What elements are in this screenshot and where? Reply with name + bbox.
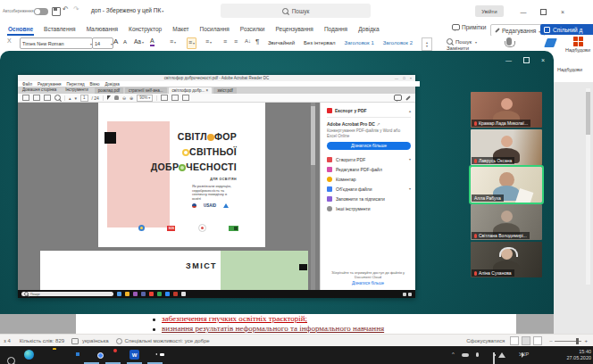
- tool-create-pdf[interactable]: Створити PDF: [327, 154, 411, 164]
- select-tool-icon[interactable]: [107, 95, 111, 100]
- language-indicator[interactable]: УКР: [519, 352, 529, 357]
- word-close-button[interactable]: ×: [554, 0, 572, 23]
- print-icon[interactable]: [33, 95, 40, 101]
- participant-video-5[interactable]: Аліна Суханова: [471, 242, 542, 277]
- focus-mode-button[interactable]: Сфокусуватися: [466, 338, 505, 343]
- tab-posylannia[interactable]: Посилання: [195, 23, 235, 36]
- word-minimize-button[interactable]: —: [514, 0, 532, 23]
- decrease-indent-button[interactable]: ≡: [223, 37, 227, 46]
- language-status[interactable]: українська: [82, 338, 109, 343]
- comments-button[interactable]: Примітки: [452, 24, 486, 30]
- presenter-app-icon[interactable]: [157, 292, 162, 296]
- acrobat-tools-tab[interactable]: Інструменти: [61, 87, 92, 94]
- tool-more-tools[interactable]: Інші інструменти: [327, 203, 411, 213]
- battery-icon[interactable]: [493, 352, 495, 364]
- presenter-app-icon[interactable]: [181, 292, 186, 296]
- taskbar-clock[interactable]: 15:40 27.05.2020: [547, 349, 591, 361]
- doc-tab-4[interactable]: зміст.pdf: [213, 87, 236, 94]
- acrobat-window-controls[interactable]: — □ ×: [395, 75, 413, 81]
- page-info[interactable]: з 4: [4, 338, 11, 343]
- tool-comment[interactable]: Коментар: [327, 174, 411, 184]
- participant-video-4[interactable]: Світлана Володимирі...: [471, 204, 542, 240]
- tab-dovidka[interactable]: Довідка: [353, 23, 384, 36]
- zoom-minimize-button[interactable]: —: [505, 57, 512, 63]
- font-name-select[interactable]: Times New Roman: [20, 37, 93, 49]
- save-icon[interactable]: [22, 95, 29, 101]
- onedrive-icon[interactable]: [462, 353, 469, 357]
- next-page-icon[interactable]: ▾: [75, 95, 78, 101]
- word-restore-button[interactable]: [534, 0, 552, 23]
- font-color-button[interactable]: А: [150, 37, 155, 46]
- editing-mode-button[interactable]: Редагування: [490, 24, 545, 37]
- fit-width-icon[interactable]: [161, 95, 168, 101]
- tab-maliuvannia[interactable]: Малювання: [81, 23, 123, 36]
- previous-page-icon[interactable]: ▴: [69, 95, 71, 101]
- undo-icon[interactable]: ↶: [63, 5, 69, 13]
- style-heading2[interactable]: Заголовок 2: [383, 40, 413, 46]
- page-number-field[interactable]: 1: [80, 95, 88, 102]
- style-heading1[interactable]: Заголовок 1: [345, 40, 374, 46]
- tab-close-icon[interactable]: ×: [206, 88, 209, 93]
- participant-video-1[interactable]: Крамар Лада Миколаї...: [471, 92, 542, 128]
- presenter-app-icon[interactable]: [165, 292, 170, 296]
- tray-mic-icon[interactable]: [476, 352, 479, 357]
- autosave-toggle[interactable]: [34, 8, 48, 15]
- menu-view[interactable]: Перегляд: [67, 82, 85, 87]
- zoom-slider-thumb[interactable]: [576, 338, 579, 344]
- mail-icon[interactable]: [44, 95, 51, 101]
- presenter-app-icon[interactable]: [173, 292, 178, 296]
- tray-chevron-icon[interactable]: ^: [452, 352, 455, 357]
- style-normal[interactable]: Звичайний: [268, 40, 295, 46]
- editor-pen-icon[interactable]: [544, 38, 557, 47]
- tab-maket[interactable]: Макет: [167, 23, 194, 36]
- sign-pen-icon[interactable]: [405, 95, 411, 101]
- zoom-slider[interactable]: [555, 341, 581, 342]
- zoom-maximize-button[interactable]: [523, 57, 530, 63]
- export-pdf-header[interactable]: Експорт у PDF ▴: [327, 108, 411, 113]
- learn-more-button[interactable]: Дізнатися більше: [327, 142, 411, 150]
- sign-in-button[interactable]: Увійти: [475, 5, 504, 17]
- cut-icon[interactable]: Х: [7, 37, 12, 44]
- presenter-app-icon[interactable]: [117, 292, 121, 296]
- bullet-list-button[interactable]: ≡: [170, 37, 176, 47]
- hand-tool-icon[interactable]: [114, 95, 119, 100]
- tab-retsenzuvannia[interactable]: Рецензування: [271, 23, 319, 36]
- presenter-app-icon[interactable]: [141, 292, 146, 296]
- tab-konstruktor[interactable]: Конструктор: [123, 23, 167, 36]
- find-icon[interactable]: [54, 95, 61, 101]
- redo-icon[interactable]: ↷: [73, 5, 79, 13]
- network-icon[interactable]: [498, 352, 505, 358]
- doc-tab-2[interactable]: стратегії self-ана...: [125, 87, 167, 94]
- menu-window[interactable]: Вікно: [90, 82, 100, 87]
- presenter-app-icon[interactable]: [125, 292, 129, 296]
- zoom-out-icon[interactable]: ⊖: [122, 95, 126, 101]
- tab-podannia[interactable]: Подання: [319, 23, 353, 36]
- tool-combine-files[interactable]: Об'єднати файли: [327, 184, 411, 194]
- multilevel-list-button[interactable]: ≡: [205, 37, 212, 47]
- presenter-app-icon[interactable]: [149, 292, 154, 296]
- fit-page-icon[interactable]: [171, 95, 179, 101]
- paragraph-marks-button[interactable]: ¶: [255, 37, 259, 46]
- word-count[interactable]: Кількість слів: 829: [20, 338, 64, 343]
- tab-osnovne[interactable]: Основне: [3, 23, 38, 36]
- footer-learn-more-link[interactable]: Дізнатися більше: [325, 281, 411, 285]
- menu-file[interactable]: Файл: [22, 82, 32, 87]
- tab-rozsylky[interactable]: Розсилки: [235, 23, 271, 36]
- zoom-close-button[interactable]: ×: [541, 57, 545, 63]
- pdf-scrollbar[interactable]: [311, 103, 315, 290]
- numbered-list-button[interactable]: ≡: [187, 37, 196, 49]
- comment-bubble-icon[interactable]: [394, 95, 402, 101]
- zoom-out-button[interactable]: –: [549, 338, 552, 343]
- taskbar-search-icon[interactable]: [7, 357, 15, 364]
- zoom-level-field[interactable]: 90%: [137, 95, 153, 102]
- menu-edit[interactable]: Редагування: [38, 82, 61, 87]
- title-dropdown-icon[interactable]: [161, 7, 163, 13]
- style-gallery-scroll[interactable]: ▴ ▾: [422, 37, 432, 51]
- rotate-icon[interactable]: [182, 95, 189, 101]
- participant-video-2[interactable]: Лаврусь Оксана: [471, 129, 542, 165]
- grow-font-button[interactable]: A: [113, 37, 118, 46]
- word-document-area[interactable]: забезпечення гнучких освітніх траєкторій…: [0, 314, 554, 334]
- increase-indent-button[interactable]: ≡: [234, 37, 238, 46]
- font-size-select[interactable]: 14: [92, 37, 113, 49]
- zoom-in-button[interactable]: +: [584, 338, 588, 343]
